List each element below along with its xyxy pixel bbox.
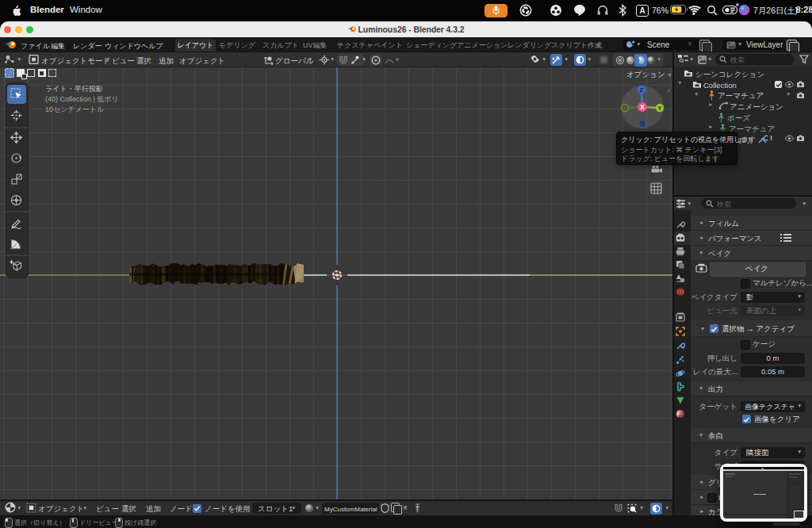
- svg-text:Y: Y: [657, 105, 662, 112]
- svg-text:X: X: [640, 103, 645, 111]
- svg-text:Z: Z: [640, 86, 644, 94]
